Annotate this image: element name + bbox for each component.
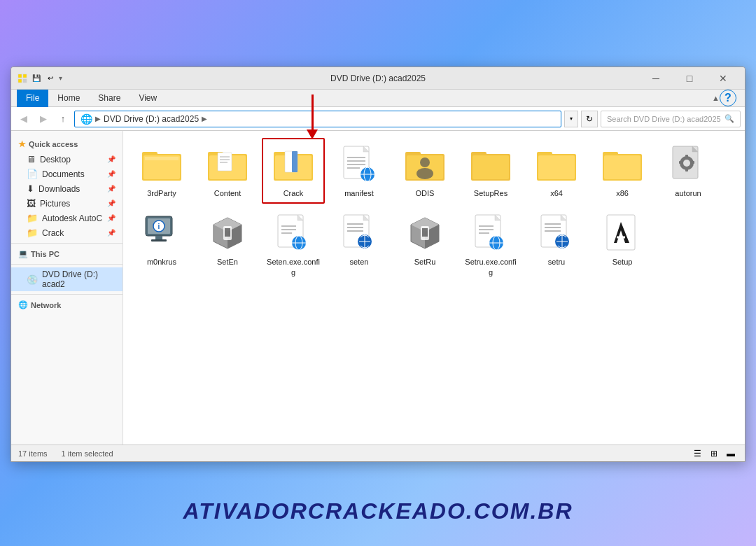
- address-dropdown[interactable]: ▾: [564, 111, 578, 127]
- svg-rect-3: [23, 79, 27, 83]
- file-icon-manifest: [338, 144, 380, 186]
- file-item-setru-exe[interactable]: setru: [525, 206, 588, 283]
- file-label-3rdparty: 3rdParty: [147, 188, 176, 198]
- quick-access-header[interactable]: ★ Quick access: [11, 136, 122, 152]
- file-item-3rdparty[interactable]: 3rdParty: [130, 138, 193, 204]
- refresh-button[interactable]: ↻: [581, 111, 598, 127]
- tab-view[interactable]: View: [130, 90, 166, 106]
- dvd-icon: 💿: [27, 274, 38, 285]
- file-icon-seten: [206, 212, 248, 254]
- sidebar-item-documents-label: Documents: [42, 169, 85, 179]
- sidebar-item-autocad[interactable]: 📁 Autodesk AutoC 📌: [11, 211, 122, 225]
- this-pc-header[interactable]: 💻 This PC: [11, 246, 122, 261]
- items-count: 17 items: [18, 449, 48, 458]
- watermark-text: ATIVADORCRACKEADO.COM.BR: [183, 498, 573, 524]
- tab-home[interactable]: Home: [48, 90, 89, 106]
- file-item-x64[interactable]: x64: [525, 138, 588, 204]
- ribbon-collapse-btn[interactable]: ▲: [712, 94, 720, 102]
- address-path-field[interactable]: 🌐 ▶ DVD Drive (D:) acad2025 ▶: [74, 111, 561, 127]
- sidebar-item-desktop[interactable]: 🖥 Desktop 📌: [11, 152, 122, 167]
- status-info: 17 items 1 item selected: [18, 449, 113, 458]
- svg-text:i: i: [158, 223, 160, 230]
- file-label-autorun: autorun: [675, 188, 701, 198]
- sidebar-item-crack[interactable]: 📁 Crack 📌: [11, 225, 122, 240]
- up-button[interactable]: ↑: [55, 111, 71, 127]
- pin-icon-3: 📌: [107, 185, 115, 192]
- folder-icon-x86: [601, 144, 643, 186]
- file-item-content[interactable]: Content: [196, 138, 259, 204]
- file-item-manifest[interactable]: manifest: [328, 138, 391, 204]
- minimize-button[interactable]: ─: [640, 69, 672, 88]
- search-placeholder: Search DVD Drive (D:) acad2025: [607, 115, 721, 123]
- svg-rect-11: [218, 153, 232, 171]
- file-item-seten[interactable]: SetEn: [196, 206, 259, 283]
- close-button[interactable]: ✕: [707, 69, 739, 88]
- svg-rect-0: [18, 74, 22, 78]
- sidebar-item-autocad-label: Autodesk AutoC: [42, 214, 102, 223]
- file-item-setup[interactable]: Setup: [591, 206, 654, 283]
- file-label-crack: Crack: [284, 188, 304, 198]
- back-button[interactable]: ◀: [15, 111, 32, 127]
- details-view-button[interactable]: ☰: [690, 447, 704, 460]
- svg-rect-36: [472, 155, 509, 179]
- quick-access-icon: [17, 73, 28, 84]
- computer-icon: 💻: [18, 249, 28, 258]
- window-controls: ─ □ ✕: [640, 69, 739, 88]
- svg-rect-78: [422, 228, 428, 237]
- path-text: DVD Drive (D:) acad2025: [104, 114, 199, 124]
- forward-button[interactable]: ▶: [35, 111, 52, 127]
- save-icon[interactable]: 💾: [31, 73, 42, 84]
- quick-access-label: Quick access: [29, 140, 78, 148]
- file-label-setru: SetRu: [414, 257, 436, 267]
- maximize-button[interactable]: □: [673, 69, 706, 88]
- sidebar-item-dvd[interactable]: 💿 DVD Drive (D:) acad2: [11, 267, 122, 291]
- sidebar-item-pictures-label: Pictures: [40, 199, 70, 209]
- crack-folder-icon: 📁: [27, 227, 38, 238]
- file-label-m0nkrus: m0nkrus: [147, 257, 176, 267]
- size-slider[interactable]: ▬: [724, 447, 738, 460]
- help-button[interactable]: ?: [720, 90, 736, 106]
- pin-icon-5: 📌: [107, 214, 115, 222]
- sidebar-item-downloads-label: Downloads: [38, 184, 80, 194]
- file-item-setru[interactable]: SetRu: [393, 206, 456, 283]
- downloads-icon: ⬇: [27, 183, 34, 194]
- network-label: Network: [31, 301, 61, 309]
- dropdown-arrow[interactable]: ▾: [59, 74, 62, 82]
- grid-view-button[interactable]: ⊞: [707, 447, 721, 460]
- file-icon-seten-exe: [338, 212, 380, 254]
- file-item-m0nkrus[interactable]: i m0nkrus: [130, 206, 193, 283]
- tab-share[interactable]: Share: [89, 90, 130, 106]
- file-item-setru-config[interactable]: Setru.exe.config: [459, 206, 522, 283]
- file-item-x86[interactable]: x86: [591, 138, 654, 204]
- sidebar-item-documents[interactable]: 📄 Documents 📌: [11, 167, 122, 181]
- file-item-seten-config[interactable]: Seten.exe.config: [262, 206, 325, 283]
- folder-icon-3rdparty: [141, 144, 183, 186]
- svg-rect-56: [151, 239, 167, 241]
- pin-icon-4: 📌: [107, 200, 115, 207]
- svg-rect-47: [685, 155, 688, 158]
- file-icon-autorun: [667, 144, 709, 186]
- svg-point-33: [416, 168, 433, 179]
- folder-icon-odis: [404, 144, 446, 186]
- svg-point-32: [420, 158, 430, 167]
- search-box[interactable]: Search DVD Drive (D:) acad2025 🔍: [601, 111, 741, 127]
- globe-icon: 🌐: [80, 113, 92, 125]
- file-item-seten-exe[interactable]: seten: [328, 206, 391, 283]
- file-item-odis[interactable]: ODIS: [393, 138, 456, 204]
- undo-icon[interactable]: ↩: [45, 73, 56, 84]
- tab-file[interactable]: File: [17, 90, 48, 107]
- file-icon-setup: [601, 212, 643, 254]
- file-item-crack[interactable]: Crack: [262, 138, 325, 204]
- svg-rect-42: [604, 155, 640, 179]
- network-icon: 🌐: [18, 300, 28, 309]
- file-item-autorun[interactable]: autorun: [657, 138, 720, 204]
- title-bar-icons: 💾 ↩ ▾: [17, 73, 62, 84]
- sidebar-item-pictures[interactable]: 🖼 Pictures 📌: [11, 196, 122, 211]
- sidebar-item-downloads[interactable]: ⬇ Downloads 📌: [11, 181, 122, 196]
- search-icon: 🔍: [724, 114, 734, 123]
- sidebar: ★ Quick access 🖥 Desktop 📌 📄 Documents 📌…: [11, 131, 123, 444]
- file-icon-seten-config: [272, 212, 314, 254]
- file-label-setup: Setup: [612, 257, 633, 267]
- file-item-setupres[interactable]: SetupRes: [459, 138, 522, 204]
- network-header[interactable]: 🌐 Network: [11, 298, 122, 312]
